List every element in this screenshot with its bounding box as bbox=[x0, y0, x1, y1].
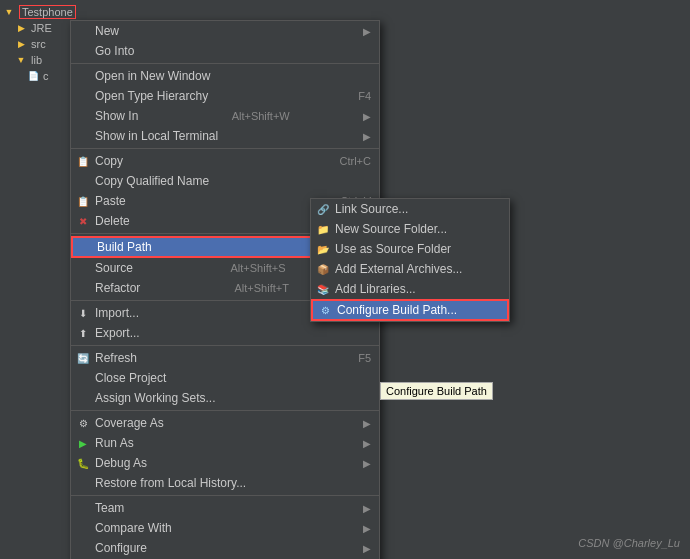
paste-label: Paste bbox=[95, 194, 126, 208]
debug-icon: 🐛 bbox=[75, 455, 91, 471]
debug-as-label: Debug As bbox=[95, 456, 147, 470]
separator-5 bbox=[71, 345, 379, 346]
coverage-as-label: Coverage As bbox=[95, 416, 164, 430]
tooltip-text: Configure Build Path bbox=[386, 385, 487, 397]
source-label: Source bbox=[95, 261, 133, 275]
menu-item-go-into[interactable]: Go Into bbox=[71, 41, 379, 61]
add-libraries-icon: 📚 bbox=[315, 281, 331, 297]
go-into-label: Go Into bbox=[95, 44, 134, 58]
tree-item-lib[interactable]: ▼ lib bbox=[0, 52, 75, 68]
tree-item-src[interactable]: ▶ src bbox=[0, 36, 75, 52]
open-type-hierarchy-label: Open Type Hierarchy bbox=[95, 89, 208, 103]
submenu-item-configure-build-path[interactable]: ⚙ Configure Build Path... bbox=[311, 299, 509, 321]
close-project-label: Close Project bbox=[95, 371, 166, 385]
menu-item-copy-qualified[interactable]: Copy Qualified Name bbox=[71, 171, 379, 191]
submenu-item-new-source-folder[interactable]: 📁 New Source Folder... bbox=[311, 219, 509, 239]
compare-with-label: Compare With bbox=[95, 521, 172, 535]
submenu-item-link-source[interactable]: 🔗 Link Source... bbox=[311, 199, 509, 219]
lib-icon: ▼ bbox=[14, 53, 28, 67]
open-type-hierarchy-shortcut: F4 bbox=[338, 90, 371, 102]
build-path-submenu: 🔗 Link Source... 📁 New Source Folder... … bbox=[310, 198, 510, 322]
configure-build-path-label: Configure Build Path... bbox=[337, 303, 457, 317]
coverage-as-arrow: ▶ bbox=[363, 418, 371, 429]
menu-item-run-as[interactable]: ▶ Run As ▶ bbox=[71, 433, 379, 453]
add-libraries-label: Add Libraries... bbox=[335, 282, 416, 296]
src-label: src bbox=[31, 38, 46, 50]
restore-local-history-label: Restore from Local History... bbox=[95, 476, 246, 490]
menu-item-compare-with[interactable]: Compare With ▶ bbox=[71, 518, 379, 538]
menu-item-configure[interactable]: Configure ▶ bbox=[71, 538, 379, 558]
configure-build-path-icon: ⚙ bbox=[317, 302, 333, 318]
team-arrow: ▶ bbox=[363, 503, 371, 514]
link-source-icon: 🔗 bbox=[315, 201, 331, 217]
separator-7 bbox=[71, 495, 379, 496]
debug-as-arrow: ▶ bbox=[363, 458, 371, 469]
refactor-label: Refactor bbox=[95, 281, 140, 295]
menu-item-restore-local-history[interactable]: Restore from Local History... bbox=[71, 473, 379, 493]
assign-working-sets-label: Assign Working Sets... bbox=[95, 391, 216, 405]
export-icon: ⬆ bbox=[75, 325, 91, 341]
delete-label: Delete bbox=[95, 214, 130, 228]
run-as-label: Run As bbox=[95, 436, 134, 450]
show-in-arrow: ▶ bbox=[363, 111, 371, 122]
add-external-archives-label: Add External Archives... bbox=[335, 262, 462, 276]
menu-item-refresh[interactable]: 🔄 Refresh F5 bbox=[71, 348, 379, 368]
c-label: c bbox=[43, 70, 49, 82]
menu-item-show-local-terminal[interactable]: Show in Local Terminal ▶ bbox=[71, 126, 379, 146]
configure-label: Configure bbox=[95, 541, 147, 555]
coverage-icon: ⚙ bbox=[75, 415, 91, 431]
use-as-source-folder-label: Use as Source Folder bbox=[335, 242, 451, 256]
show-in-label: Show In bbox=[95, 109, 138, 123]
separator-2 bbox=[71, 148, 379, 149]
menu-item-coverage-as[interactable]: ⚙ Coverage As ▶ bbox=[71, 413, 379, 433]
tree-item-testphone[interactable]: ▼ Testphone bbox=[0, 4, 75, 20]
source-shortcut: Alt+Shift+S bbox=[210, 262, 285, 274]
refactor-shortcut: Alt+Shift+T bbox=[214, 282, 288, 294]
copy-label: Copy bbox=[95, 154, 123, 168]
import-label: Import... bbox=[95, 306, 139, 320]
refresh-label: Refresh bbox=[95, 351, 137, 365]
team-label: Team bbox=[95, 501, 124, 515]
menu-item-assign-working-sets[interactable]: Assign Working Sets... bbox=[71, 388, 379, 408]
menu-item-open-type-hierarchy[interactable]: Open Type Hierarchy F4 bbox=[71, 86, 379, 106]
menu-item-debug-as[interactable]: 🐛 Debug As ▶ bbox=[71, 453, 379, 473]
run-as-arrow: ▶ bbox=[363, 438, 371, 449]
import-icon: ⬇ bbox=[75, 305, 91, 321]
menu-item-close-project[interactable]: Close Project bbox=[71, 368, 379, 388]
tree-item-jre[interactable]: ▶ JRE bbox=[0, 20, 75, 36]
tree-item-c[interactable]: 📄 c bbox=[0, 68, 75, 84]
submenu-item-add-external-archives[interactable]: 📦 Add External Archives... bbox=[311, 259, 509, 279]
jre-label: JRE bbox=[31, 22, 52, 34]
show-local-terminal-arrow: ▶ bbox=[363, 131, 371, 142]
show-local-terminal-label: Show in Local Terminal bbox=[95, 129, 218, 143]
use-as-source-folder-icon: 📂 bbox=[315, 241, 331, 257]
submenu-item-add-libraries[interactable]: 📚 Add Libraries... bbox=[311, 279, 509, 299]
refresh-shortcut: F5 bbox=[338, 352, 371, 364]
run-icon: ▶ bbox=[75, 435, 91, 451]
lib-label: lib bbox=[31, 54, 42, 66]
new-label: New bbox=[95, 24, 119, 38]
copy-icon: 📋 bbox=[75, 153, 91, 169]
link-source-label: Link Source... bbox=[335, 202, 408, 216]
copy-shortcut: Ctrl+C bbox=[320, 155, 371, 167]
refresh-icon: 🔄 bbox=[75, 350, 91, 366]
menu-item-show-in[interactable]: Show In Alt+Shift+W ▶ bbox=[71, 106, 379, 126]
submenu-item-use-as-source-folder[interactable]: 📂 Use as Source Folder bbox=[311, 239, 509, 259]
project-explorer: ▼ Testphone ▶ JRE ▶ src ▼ lib 📄 c bbox=[0, 0, 75, 559]
configure-build-path-tooltip: Configure Build Path bbox=[380, 382, 493, 400]
show-in-shortcut: Alt+Shift+W bbox=[212, 110, 290, 122]
open-new-window-label: Open in New Window bbox=[95, 69, 210, 83]
project-name-label: Testphone bbox=[19, 5, 76, 19]
configure-arrow: ▶ bbox=[363, 543, 371, 554]
separator-6 bbox=[71, 410, 379, 411]
jre-icon: ▶ bbox=[14, 21, 28, 35]
watermark: CSDN @Charley_Lu bbox=[578, 537, 680, 549]
add-external-archives-icon: 📦 bbox=[315, 261, 331, 277]
delete-icon: ✖ bbox=[75, 213, 91, 229]
menu-item-team[interactable]: Team ▶ bbox=[71, 498, 379, 518]
menu-item-open-new-window[interactable]: Open in New Window bbox=[71, 66, 379, 86]
c-icon: 📄 bbox=[26, 69, 40, 83]
menu-item-export[interactable]: ⬆ Export... bbox=[71, 323, 379, 343]
menu-item-copy[interactable]: 📋 Copy Ctrl+C bbox=[71, 151, 379, 171]
menu-item-new[interactable]: New ▶ bbox=[71, 21, 379, 41]
